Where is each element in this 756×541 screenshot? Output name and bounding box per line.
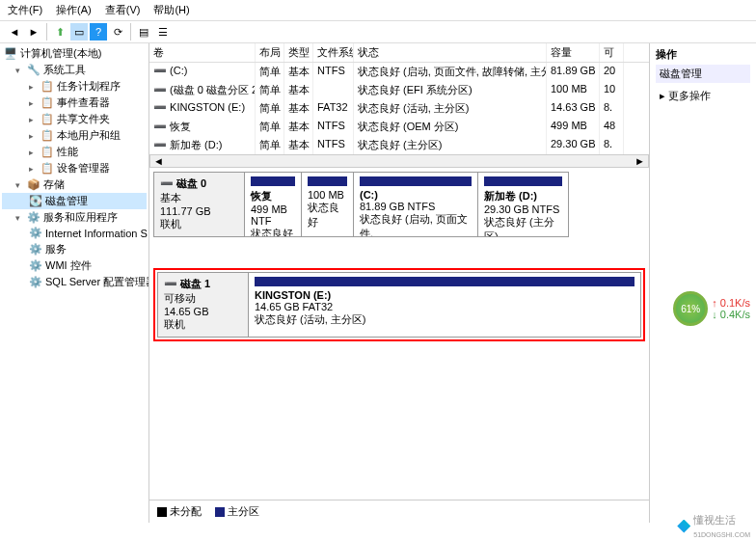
volume-row[interactable]: ➖ 新加卷 (D:)简单基本NTFS状态良好 (主分区)29.30 GB8. <box>149 136 649 154</box>
disk-1[interactable]: ➖ 磁盘 1 可移动 14.65 GB 联机 KINGSTON (E:) 14.… <box>157 272 641 338</box>
refresh-icon[interactable]: ⟳ <box>109 23 126 41</box>
nav-tree: 🖥️计算机管理(本地) ▾🔧系统工具 ▸📋任务计划程序▸📋事件查看器▸📋共享文件… <box>0 43 149 523</box>
menubar: 文件(F) 操作(A) 查看(V) 帮助(H) <box>0 0 756 21</box>
h-scrollbar[interactable]: ◄► <box>149 154 649 168</box>
show-icon[interactable]: ▭ <box>70 23 88 41</box>
disk-0-header: ➖ 磁盘 0 基本 111.77 GB 联机 <box>153 172 245 237</box>
toolbar: ◄ ► ⬆ ▭ ? ⟳ ▤ ☰ <box>0 21 756 43</box>
scroll-left-icon[interactable]: ◄ <box>150 155 167 167</box>
network-speed: ↑ 0.1K/s ↓ 0.4K/s <box>712 297 750 320</box>
disk-graph: ➖ 磁盘 0 基本 111.77 GB 联机 恢复499 MB NTF状态良好 … <box>149 168 649 500</box>
help-icon[interactable]: ? <box>90 23 107 41</box>
network-widget[interactable]: 61% ↑ 0.1K/s ↓ 0.4K/s <box>673 291 750 326</box>
tree-item[interactable]: ⚙️WMI 控件 <box>2 257 147 274</box>
tree-services[interactable]: ▾⚙️服务和应用程序 <box>2 209 147 226</box>
network-pct: 61% <box>673 291 708 326</box>
legend-primary-icon <box>215 507 225 517</box>
tree-root[interactable]: 🖥️计算机管理(本地) <box>2 45 147 62</box>
disk-0-partition[interactable]: 新加卷 (D:)29.30 GB NTFS状态良好 (主分区) <box>477 172 569 237</box>
disk-0-partition[interactable]: 恢复499 MB NTF状态良好 (OE <box>244 172 302 237</box>
disk-0-partition[interactable]: 100 MB状态良好 <box>301 172 354 237</box>
volume-list: 卷布局类型文件系统状态容量可 ➖ (C:)简单基本NTFS状态良好 (启动, 页… <box>149 43 649 154</box>
legend: 未分配 主分区 <box>149 500 649 523</box>
menu-action[interactable]: 操作(A) <box>56 3 92 17</box>
detail-view-icon[interactable]: ☰ <box>154 23 172 41</box>
disk-0-partition[interactable]: (C:)81.89 GB NTFS状态良好 (启动, 页面文件, <box>353 172 478 237</box>
tree-item[interactable]: ▸📋事件查看器 <box>2 95 147 111</box>
disk-1-header: ➖ 磁盘 1 可移动 14.65 GB 联机 <box>157 272 249 338</box>
tree-item[interactable]: ▸📋本地用户和组 <box>2 127 147 144</box>
tree-item[interactable]: ⚙️Internet Information S <box>2 226 147 241</box>
actions-pane: 操作 磁盘管理 ▸ 更多操作 <box>650 43 756 523</box>
tree-item[interactable]: ▸📋任务计划程序 <box>2 78 147 95</box>
actions-title: 操作 <box>656 47 750 62</box>
tree-item[interactable]: ⚙️SQL Server 配置管理器 <box>2 274 147 290</box>
menu-file[interactable]: 文件(F) <box>8 3 42 17</box>
tree-item[interactable]: ▸📋共享文件夹 <box>2 111 147 127</box>
volume-header[interactable]: 卷布局类型文件系统状态容量可 <box>149 43 649 63</box>
tree-item[interactable]: ⚙️服务 <box>2 241 147 257</box>
tree-systools[interactable]: ▾🔧系统工具 <box>2 62 147 78</box>
watermark-icon <box>677 520 690 533</box>
back-icon[interactable]: ◄ <box>6 23 23 41</box>
volume-row[interactable]: ➖ (磁盘 0 磁盘分区 2)简单基本状态良好 (EFI 系统分区)100 MB… <box>149 81 649 99</box>
tree-diskmgmt[interactable]: 💽磁盘管理 <box>2 193 147 209</box>
scroll-right-icon[interactable]: ► <box>632 155 648 167</box>
volume-row[interactable]: ➖ KINGSTON (E:)简单基本FAT32状态良好 (活动, 主分区)14… <box>149 99 649 118</box>
menu-view[interactable]: 查看(V) <box>105 3 141 17</box>
volume-row[interactable]: ➖ 恢复简单基本NTFS状态良好 (OEM 分区)499 MB48 <box>149 118 649 136</box>
watermark: 懂视生活51DONGSHI.COM <box>677 513 750 539</box>
actions-dm[interactable]: 磁盘管理 <box>656 65 750 83</box>
tree-item[interactable]: ▸📋性能 <box>2 144 147 160</box>
tree-storage[interactable]: ▾📦存储 <box>2 176 147 193</box>
disk-0[interactable]: ➖ 磁盘 0 基本 111.77 GB 联机 恢复499 MB NTF状态良好 … <box>153 172 645 237</box>
forward-icon[interactable]: ► <box>25 23 42 41</box>
disk-1-highlight: ➖ 磁盘 1 可移动 14.65 GB 联机 KINGSTON (E:) 14.… <box>153 268 645 341</box>
up-icon[interactable]: ⬆ <box>51 23 68 41</box>
volume-row[interactable]: ➖ (C:)简单基本NTFS状态良好 (启动, 页面文件, 故障转储, 主分区)… <box>149 63 649 81</box>
menu-help[interactable]: 帮助(H) <box>153 3 189 17</box>
list-view-icon[interactable]: ▤ <box>135 23 152 41</box>
disk-1-partition[interactable]: KINGSTON (E:) 14.65 GB FAT32 状态良好 (活动, 主… <box>248 272 641 338</box>
content-pane: 卷布局类型文件系统状态容量可 ➖ (C:)简单基本NTFS状态良好 (启动, 页… <box>149 43 650 523</box>
tree-item[interactable]: ▸📋设备管理器 <box>2 160 147 176</box>
actions-more[interactable]: ▸ 更多操作 <box>656 87 750 105</box>
legend-unalloc-icon <box>157 507 167 517</box>
